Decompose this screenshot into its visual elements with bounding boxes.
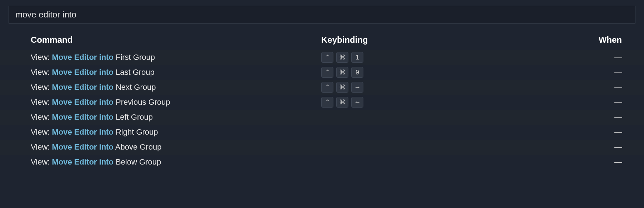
command-cell: View: Move Editor into Previous Group xyxy=(0,98,321,107)
when-cell: — xyxy=(514,128,644,137)
ctrl-key-icon: ⌃ xyxy=(321,67,333,78)
command-highlight: Move Editor into xyxy=(52,83,114,92)
command-suffix: Above Group xyxy=(114,142,162,151)
command-suffix: First Group xyxy=(114,53,155,62)
search-input[interactable] xyxy=(9,6,635,24)
command-prefix: View: xyxy=(31,53,52,62)
command-cell: View: Move Editor into Right Group xyxy=(0,128,321,137)
when-cell: — xyxy=(514,83,644,92)
arrow-left-key-icon: ← xyxy=(351,97,363,108)
command-suffix: Right Group xyxy=(114,128,158,136)
when-cell: — xyxy=(514,53,644,62)
when-cell: — xyxy=(514,157,644,167)
command-suffix: Below Group xyxy=(114,157,161,166)
table-row[interactable]: View: Move Editor into Last Group ⌃ ⌘ 9 … xyxy=(0,65,644,80)
cmd-key-icon: ⌘ xyxy=(336,67,348,78)
command-highlight: Move Editor into xyxy=(52,128,114,136)
table-row[interactable]: View: Move Editor into Next Group ⌃ ⌘ → … xyxy=(0,80,644,95)
command-highlight: Move Editor into xyxy=(52,68,114,77)
command-highlight: Move Editor into xyxy=(52,53,114,62)
command-cell: View: Move Editor into Next Group xyxy=(0,83,321,92)
command-cell: View: Move Editor into Left Group xyxy=(0,113,321,122)
command-suffix: Last Group xyxy=(114,68,155,77)
num9-key-icon: 9 xyxy=(351,67,363,78)
table-row[interactable]: View: Move Editor into Right Group — xyxy=(0,125,644,140)
command-cell: View: Move Editor into Above Group xyxy=(0,142,321,152)
ctrl-key-icon: ⌃ xyxy=(321,52,333,63)
table-row[interactable]: View: Move Editor into Above Group — xyxy=(0,140,644,155)
command-prefix: View: xyxy=(31,113,52,121)
command-highlight: Move Editor into xyxy=(52,98,114,106)
shortcuts-table: Command Keybinding When View: Move Edito… xyxy=(0,31,644,170)
when-cell: — xyxy=(514,113,644,122)
when-cell: — xyxy=(514,142,644,152)
table-row[interactable]: View: Move Editor into Previous Group ⌃ … xyxy=(0,95,644,110)
command-prefix: View: xyxy=(31,142,52,151)
ctrl-key-icon: ⌃ xyxy=(321,82,333,93)
command-suffix: Left Group xyxy=(114,113,153,121)
command-prefix: View: xyxy=(31,83,52,92)
command-highlight: Move Editor into xyxy=(52,142,114,151)
header-keybinding: Keybinding xyxy=(321,35,514,45)
keyboard-shortcuts-panel: Command Keybinding When View: Move Edito… xyxy=(0,0,644,170)
keybinding-cell: ⌃ ⌘ 1 xyxy=(321,52,514,63)
search-wrap xyxy=(0,0,644,24)
command-cell: View: Move Editor into Below Group xyxy=(0,157,321,167)
command-prefix: View: xyxy=(31,157,52,166)
table-row[interactable]: View: Move Editor into First Group ⌃ ⌘ 1… xyxy=(0,50,644,65)
arrow-right-key-icon: → xyxy=(351,82,363,93)
table-row[interactable]: View: Move Editor into Left Group — xyxy=(0,110,644,125)
command-cell: View: Move Editor into First Group xyxy=(0,53,321,62)
command-suffix: Previous Group xyxy=(114,98,170,106)
num1-key-icon: 1 xyxy=(351,52,363,63)
header-when: When xyxy=(514,35,644,45)
command-prefix: View: xyxy=(31,128,52,136)
cmd-key-icon: ⌘ xyxy=(336,52,348,63)
command-prefix: View: xyxy=(31,98,52,106)
when-cell: — xyxy=(514,98,644,107)
command-highlight: Move Editor into xyxy=(52,113,114,121)
keybinding-cell: ⌃ ⌘ → xyxy=(321,82,514,93)
when-cell: — xyxy=(514,68,644,77)
header-command: Command xyxy=(0,35,321,45)
table-header-row: Command Keybinding When xyxy=(0,31,644,50)
ctrl-key-icon: ⌃ xyxy=(321,97,333,108)
command-highlight: Move Editor into xyxy=(52,157,114,166)
cmd-key-icon: ⌘ xyxy=(336,82,348,93)
command-prefix: View: xyxy=(31,68,52,77)
command-cell: View: Move Editor into Last Group xyxy=(0,68,321,77)
keybinding-cell: ⌃ ⌘ 9 xyxy=(321,67,514,78)
cmd-key-icon: ⌘ xyxy=(336,97,348,108)
table-row[interactable]: View: Move Editor into Below Group — xyxy=(0,155,644,170)
keybinding-cell: ⌃ ⌘ ← xyxy=(321,97,514,108)
command-suffix: Next Group xyxy=(114,83,156,92)
